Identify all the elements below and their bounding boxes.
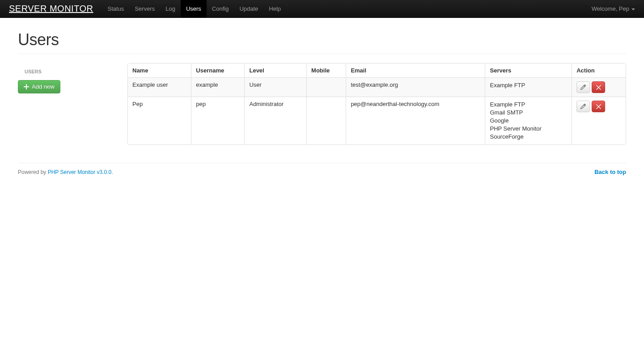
nav-link[interactable]: Help [263, 0, 286, 18]
nav-link[interactable]: Log [160, 0, 181, 18]
nav-item-users[interactable]: Users [181, 0, 207, 17]
server-item: Example FTP [490, 101, 567, 109]
col-servers: Servers [485, 64, 572, 77]
footer-powered-by: Powered by PHP Server Monitor v3.0.0. [18, 169, 113, 175]
server-item: PHP Server Monitor [490, 125, 567, 133]
close-icon [596, 85, 601, 90]
cell-name: Pep [128, 97, 191, 144]
nav-item-update[interactable]: Update [234, 0, 263, 17]
sidebar: USERS Add new [18, 63, 119, 145]
nav-link[interactable]: Update [234, 0, 263, 18]
cell-servers: Example FTP [485, 77, 572, 97]
plus-icon [24, 84, 29, 89]
nav-item-log[interactable]: Log [160, 0, 181, 17]
table-row: PeppepAdministratorpep@neanderthal-techn… [128, 97, 626, 144]
cell-actions [572, 97, 626, 144]
back-to-top-link[interactable]: Back to top [594, 169, 626, 175]
nav-link[interactable]: Status [102, 0, 130, 18]
nav-link[interactable]: Servers [129, 0, 160, 18]
sidebar-header: USERS [18, 68, 119, 76]
col-email: Email [346, 64, 485, 77]
pencil-icon [580, 104, 586, 109]
brand-logo[interactable]: SERVER MONITOR [9, 4, 93, 14]
cell-level: Administrator [244, 97, 306, 144]
edit-button[interactable] [576, 81, 590, 93]
users-table: Name Username Level Mobile Email Servers… [127, 63, 626, 145]
welcome-label: Welcome, Pep [592, 5, 629, 12]
cell-name: Example user [128, 77, 191, 97]
cell-username: example [191, 77, 244, 97]
add-new-button[interactable]: Add new [18, 80, 60, 93]
cell-email: pep@neanderthal-technology.com [346, 97, 485, 144]
content-area: Name Username Level Mobile Email Servers… [127, 63, 626, 145]
cell-mobile [306, 77, 346, 97]
user-menu[interactable]: Welcome, Pep [592, 5, 635, 12]
cell-servers: Example FTPGmail SMTPGooglePHP Server Mo… [485, 97, 572, 144]
nav-item-servers[interactable]: Servers [129, 0, 160, 17]
cell-mobile [306, 97, 346, 144]
server-item: Google [490, 117, 567, 125]
nav-link[interactable]: Users [181, 0, 207, 18]
col-name: Name [128, 64, 191, 77]
nav-item-config[interactable]: Config [207, 0, 234, 17]
delete-button[interactable] [592, 101, 605, 112]
col-level: Level [244, 64, 306, 77]
server-item: SourceForge [490, 133, 567, 141]
col-username: Username [191, 64, 244, 77]
cell-actions [572, 77, 626, 97]
close-icon [596, 104, 601, 109]
primary-nav: StatusServersLogUsersConfigUpdateHelp [102, 0, 287, 17]
cell-level: User [244, 77, 306, 97]
edit-button[interactable] [576, 101, 590, 112]
add-new-label: Add new [32, 83, 55, 91]
server-item: Example FTP [490, 81, 567, 89]
footer-link[interactable]: PHP Server Monitor v3.0.0 [48, 169, 112, 175]
chevron-down-icon [631, 8, 635, 10]
table-row: Example userexampleUsertest@example.orgE… [128, 77, 626, 97]
navbar-right: Welcome, Pep [592, 5, 635, 12]
footer: Powered by PHP Server Monitor v3.0.0. Ba… [18, 163, 626, 184]
nav-item-status[interactable]: Status [102, 0, 130, 17]
top-navbar: SERVER MONITOR StatusServersLogUsersConf… [0, 0, 644, 18]
server-item: Gmail SMTP [490, 109, 567, 117]
col-mobile: Mobile [306, 64, 346, 77]
nav-item-help[interactable]: Help [263, 0, 286, 17]
nav-link[interactable]: Config [207, 0, 234, 18]
cell-username: pep [191, 97, 244, 144]
page-title: Users [18, 30, 626, 49]
pencil-icon [580, 85, 586, 90]
cell-email: test@example.org [346, 77, 485, 97]
page-header: Users [18, 18, 626, 54]
col-action: Action [572, 64, 626, 77]
delete-button[interactable] [592, 81, 605, 93]
